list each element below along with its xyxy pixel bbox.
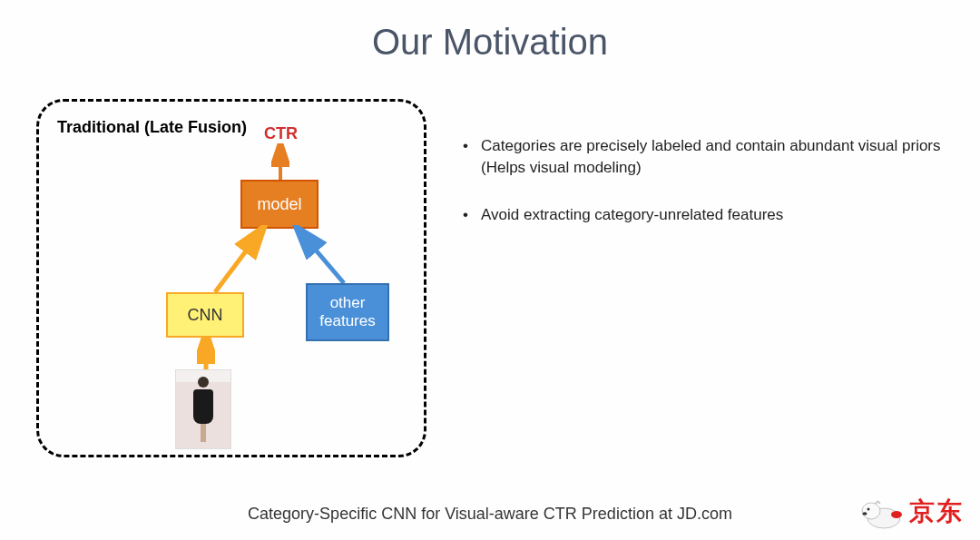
bullet-list: Categories are precisely labeled and con… bbox=[426, 90, 944, 457]
svg-point-9 bbox=[862, 503, 880, 519]
arrow-image-to-cnn bbox=[197, 336, 215, 372]
svg-point-10 bbox=[867, 508, 870, 511]
figure-icon bbox=[190, 377, 217, 442]
diagram-label: Traditional (Late Fusion) bbox=[57, 118, 247, 137]
bullet-1: Categories are precisely labeled and con… bbox=[463, 135, 944, 179]
arrow-other-to-model bbox=[291, 225, 355, 289]
model-node: model bbox=[240, 180, 318, 229]
slide-title: Our Motivation bbox=[0, 0, 980, 63]
jd-logo-text: 京东 bbox=[909, 495, 964, 529]
svg-point-11 bbox=[863, 512, 867, 515]
diagram-container: Traditional (Late Fusion) CTR model CNN … bbox=[36, 99, 426, 457]
svg-point-12 bbox=[891, 511, 902, 518]
jd-logo: 京东 bbox=[857, 495, 964, 529]
bullet-2: Avoid extracting category-unrelated feat… bbox=[463, 204, 944, 226]
other-features-node: other features bbox=[306, 283, 389, 341]
input-image bbox=[175, 369, 231, 449]
svg-line-5 bbox=[302, 234, 344, 283]
arrow-model-to-ctr bbox=[271, 143, 289, 180]
svg-line-3 bbox=[215, 234, 259, 292]
arrow-cnn-to-model bbox=[210, 225, 273, 298]
jd-dog-icon bbox=[857, 495, 904, 529]
footer-text: Category-Specific CNN for Visual-aware C… bbox=[0, 505, 980, 524]
other-line2: features bbox=[319, 312, 375, 330]
other-line1: other bbox=[330, 294, 366, 312]
cnn-node: CNN bbox=[166, 292, 244, 338]
ctr-output-label: CTR bbox=[264, 124, 298, 143]
content-area: Traditional (Late Fusion) CTR model CNN … bbox=[0, 63, 980, 457]
